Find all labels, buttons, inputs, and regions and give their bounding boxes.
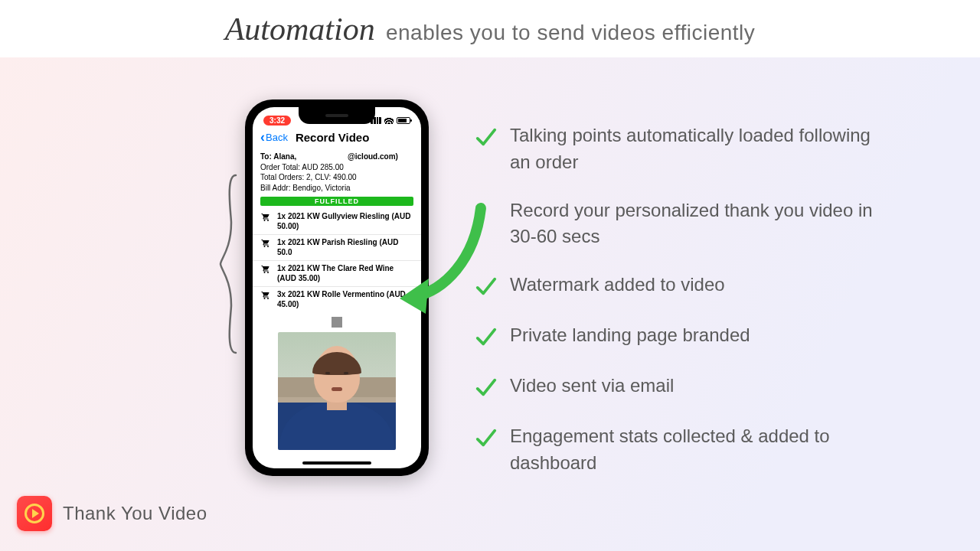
svg-point-1 — [267, 220, 269, 221]
header: Automation enables you to send videos ef… — [0, 0, 980, 57]
list-item: 1x 2021 KW The Clare Red Wine (AUD 35.00… — [253, 261, 421, 287]
feature-item: Record your personalized thank you video… — [475, 197, 873, 251]
meta-order-total: Order Total: AUD 285.00 — [260, 162, 413, 173]
back-button[interactable]: ‹ Back — [260, 130, 288, 144]
feature-list: Talking points automatically loaded foll… — [475, 122, 873, 498]
check-icon — [475, 426, 498, 452]
video-preview[interactable] — [278, 332, 396, 450]
feature-text: Talking points automatically loaded foll… — [510, 122, 873, 176]
curly-brace — [217, 172, 239, 356]
order-items: 1x 2021 KW Gullyview Riesling (AUD 50.00… — [253, 209, 421, 312]
check-icon — [475, 126, 498, 152]
home-indicator — [302, 461, 371, 465]
headline-rest: enables you to send videos efficiently — [386, 21, 755, 44]
headline-script: Automation — [225, 11, 375, 47]
list-item: 1x 2021 KW Parish Riesling (AUD 50.0 — [253, 235, 421, 261]
brand-logo: Thank You Video — [17, 496, 207, 531]
svg-point-2 — [264, 246, 266, 247]
phone-screen: 3:32 ‹ Back Record Video To: Alana, @icl… — [253, 107, 421, 468]
status-badge-fulfilled: FULFILLED — [260, 197, 413, 206]
wifi-icon — [384, 117, 394, 124]
item-text: 1x 2021 KW The Clare Red Wine (AUD 35.00… — [277, 264, 413, 283]
screen-title: Record Video — [296, 131, 369, 144]
to-email-suffix: @icloud.com) — [348, 152, 398, 161]
list-item: 1x 2021 KW Gullyview Riesling (AUD 50.00… — [253, 209, 421, 235]
svg-point-0 — [264, 220, 266, 221]
item-text: 1x 2021 KW Gullyview Riesling (AUD 50.00… — [277, 212, 413, 231]
brand-play-icon — [17, 496, 52, 531]
battery-icon — [397, 117, 410, 124]
svg-point-4 — [264, 272, 266, 273]
check-icon — [475, 275, 498, 301]
chevron-left-icon: ‹ — [260, 130, 265, 144]
svg-point-7 — [267, 298, 269, 299]
feature-item: Watermark added to video — [475, 272, 873, 301]
check-icon — [475, 376, 498, 402]
svg-point-5 — [267, 272, 269, 273]
phone-notch — [299, 107, 375, 124]
cart-icon — [260, 291, 271, 303]
feature-text: Record your personalized thank you video… — [510, 197, 873, 251]
cart-icon — [260, 239, 271, 251]
svg-point-3 — [267, 246, 269, 247]
feature-item: Talking points automatically loaded foll… — [475, 122, 873, 176]
stop-recording-button[interactable] — [332, 317, 342, 328]
to-prefix: To: — [260, 152, 273, 161]
back-label: Back — [266, 132, 288, 143]
feature-item: Private landing page branded — [475, 322, 873, 351]
redacted-email — [299, 154, 348, 161]
main-canvas: Everything you need to know to deliver a… — [0, 57, 980, 551]
feature-item: Engagement stats collected & added to da… — [475, 423, 873, 477]
to-name: Alana, — [273, 152, 296, 161]
order-meta: To: Alana, @icloud.com) Order Total: AUD… — [253, 148, 421, 194]
feature-text: Engagement stats collected & added to da… — [510, 423, 873, 477]
feature-text: Private landing page branded — [510, 322, 750, 349]
status-icons — [371, 117, 410, 124]
feature-text: Video sent via email — [510, 373, 674, 399]
phone-mockup: 3:32 ‹ Back Record Video To: Alana, @icl… — [245, 99, 429, 476]
list-item: 3x 2021 KW Rolle Vermentino (AUD 45.00) — [253, 287, 421, 312]
nav-bar: ‹ Back Record Video — [253, 129, 421, 148]
recording-time-pill: 3:32 — [263, 116, 291, 126]
item-text: 3x 2021 KW Rolle Vermentino (AUD 45.00) — [277, 290, 413, 309]
cart-icon — [260, 265, 271, 277]
item-text: 1x 2021 KW Parish Riesling (AUD 50.0 — [277, 238, 413, 257]
feature-text: Watermark added to video — [510, 272, 725, 298]
cart-icon — [260, 213, 271, 225]
meta-bill-addr: Bill Addr: Bendigo, Victoria — [260, 183, 413, 194]
page-title: Automation enables you to send videos ef… — [225, 11, 756, 47]
meta-total-orders: Total Orders: 2, CLV: 490.00 — [260, 172, 413, 183]
svg-point-6 — [264, 298, 266, 299]
feature-item: Video sent via email — [475, 373, 873, 402]
brand-name: Thank You Video — [63, 503, 207, 524]
check-icon — [475, 325, 498, 351]
